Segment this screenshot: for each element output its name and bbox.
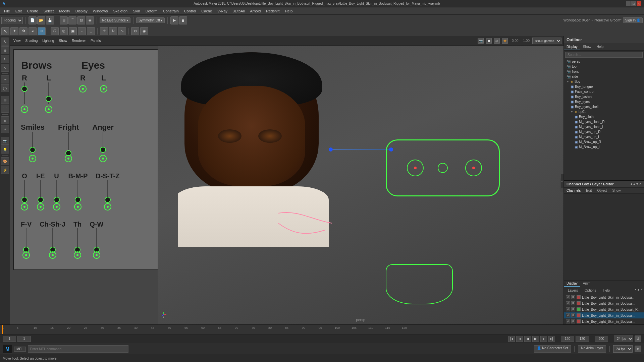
rotate-btn[interactable]: ↻ xyxy=(109,27,117,35)
ch-icon1[interactable]: ◂ xyxy=(630,182,632,186)
menu-redshift[interactable]: Redshift xyxy=(263,8,282,14)
menu-constrain[interactable]: Constrain xyxy=(160,8,181,14)
no-live-surface-btn[interactable]: No Live Surface ▾ xyxy=(100,17,130,23)
minimize-button[interactable]: ─ xyxy=(626,1,631,6)
tree-item-boy-lashes[interactable]: ▣ Boy_lashes xyxy=(564,94,644,99)
help-tab[interactable]: Help xyxy=(600,288,612,293)
no-character-set-btn[interactable]: 👤 No Character Set xyxy=(534,345,571,353)
layer-p-3[interactable]: P xyxy=(571,307,575,311)
layer-display-tab[interactable]: Display xyxy=(564,281,580,287)
close-button[interactable]: ✕ xyxy=(637,1,641,6)
vp-icon1[interactable]: 📷 xyxy=(478,38,484,44)
channels-tab[interactable]: Channels xyxy=(564,188,583,193)
new-scene-btn[interactable]: 📄 xyxy=(29,16,37,24)
menu-select[interactable]: Select xyxy=(41,8,57,14)
ch-icon3[interactable]: ▾ xyxy=(636,182,638,186)
snap-view-btn[interactable]: ◈ xyxy=(86,16,94,24)
layer-icon2[interactable]: ▴ xyxy=(638,288,639,293)
move-tool-btn[interactable]: ⊕ xyxy=(38,27,46,35)
brows-l-slider[interactable] xyxy=(48,82,49,104)
vp-show-menu[interactable]: Show xyxy=(57,38,68,43)
u-slider[interactable] xyxy=(56,180,57,202)
vp-view-menu[interactable]: View xyxy=(12,38,22,43)
side-fx-btn[interactable]: ⚡ xyxy=(1,166,9,174)
dstz-circle[interactable] xyxy=(104,203,111,210)
menu-edit[interactable]: Edit xyxy=(13,8,24,14)
menu-cache[interactable]: Cache xyxy=(199,8,215,14)
open-btn[interactable]: 📂 xyxy=(37,16,45,24)
layer-icon1[interactable]: ◂ xyxy=(635,288,636,293)
side-scale-btn[interactable]: ⤡ xyxy=(1,64,9,72)
preferences-btn[interactable]: ⚙ xyxy=(635,346,641,352)
tree-item-top[interactable]: 📷 top xyxy=(564,64,644,69)
snap-pt-btn[interactable]: ⊡ xyxy=(77,16,85,24)
layers-tab[interactable]: Layers xyxy=(565,288,581,293)
th-circle[interactable] xyxy=(74,251,81,259)
bmp-slider[interactable] xyxy=(77,180,78,202)
tree-item-persp[interactable]: 📷 persp xyxy=(564,59,644,64)
tree-item-boy-eyes[interactable]: ▣ Boy_eyes xyxy=(564,99,644,104)
obj-mode-btn[interactable]: ▣ xyxy=(69,27,77,35)
tree-item-bp01[interactable]: ▼ ◈ bp01 xyxy=(564,109,644,114)
joint-btn[interactable]: ◉ xyxy=(140,27,148,35)
object-tab[interactable]: Object xyxy=(595,188,610,193)
vp-icon2[interactable]: 🔲 xyxy=(486,38,492,44)
layer-p-1[interactable]: P xyxy=(571,295,575,299)
back-btn[interactable]: ◀ xyxy=(524,336,531,342)
tree-item-m-eyes-close-l[interactable]: ▣ M_eyes_close_L xyxy=(564,124,644,129)
o-slider[interactable] xyxy=(24,180,25,202)
tree-item-m-eyes-up-r[interactable]: ▣ M_eyes_up_R xyxy=(564,129,644,134)
layer-vis-1[interactable]: V xyxy=(566,295,570,299)
no-anim-layer-btn[interactable]: No Anim Layer xyxy=(578,345,606,353)
layer-p-4[interactable]: P xyxy=(571,313,575,317)
fps-select[interactable]: 24 fps xyxy=(614,336,633,342)
side-paint-btn[interactable]: ✏ xyxy=(1,75,9,83)
anger-slider[interactable] xyxy=(103,132,103,154)
dstz-slider[interactable] xyxy=(107,180,108,202)
vp-renderer-menu[interactable]: Renderer xyxy=(70,38,87,43)
go-start-btn[interactable]: |◂ xyxy=(508,336,515,342)
side-render-btn[interactable]: 🎨 xyxy=(1,157,9,165)
side-camera-btn[interactable]: 📷 xyxy=(1,137,9,145)
side-select-btn[interactable]: ↖ xyxy=(1,38,9,46)
timeline-scrubber[interactable]: 1 5 10 15 20 25 30 35 40 45 50 55 60 65 … xyxy=(0,325,644,335)
menu-display[interactable]: Display xyxy=(73,8,90,14)
lasso-btn[interactable]: ✦ xyxy=(10,27,18,35)
menu-deform[interactable]: Deform xyxy=(143,8,160,14)
eyes-l-circle[interactable] xyxy=(100,85,107,93)
tree-item-side[interactable]: 📷 side xyxy=(564,74,644,79)
tree-item-m-eyes-up-l[interactable]: ▣ M_eyes_up_L xyxy=(564,134,644,139)
stop-btn[interactable]: ⏹ xyxy=(179,16,187,24)
snap-grid-btn[interactable]: ⊞ xyxy=(60,16,68,24)
menu-skeleton[interactable]: Skeleton xyxy=(110,8,130,14)
vp-panels-menu[interactable]: Panels xyxy=(89,38,102,43)
layer-item-5[interactable]: V P Little_Boy_Light_Skin_in_Bodysui... xyxy=(564,318,644,324)
ch-icon2[interactable]: ▴ xyxy=(633,182,635,186)
bmp-circle[interactable] xyxy=(74,203,82,210)
fright-circle[interactable] xyxy=(65,155,72,162)
vp-icon3[interactable]: ◎ xyxy=(494,38,500,44)
gamma-select[interactable]: sRGB gamma xyxy=(532,38,561,44)
current-frame-field[interactable] xyxy=(3,336,16,342)
sign-in-btn[interactable]: Sign In 👤 xyxy=(623,17,643,23)
u-circle[interactable] xyxy=(53,203,60,210)
show-tab[interactable]: Show xyxy=(609,188,623,193)
layer-vis-3[interactable]: V xyxy=(566,307,570,311)
range-end-field[interactable] xyxy=(561,336,574,342)
outliner-tab-help[interactable]: Help xyxy=(594,44,606,50)
scale-btn[interactable]: ⤡ xyxy=(118,27,126,35)
tree-item-m-eyes-close-r[interactable]: ▣ M_eyes_close_R xyxy=(564,119,644,124)
tree-item-boy-tongue[interactable]: ▣ Boy_tongue xyxy=(564,84,644,89)
vp-lighting-menu[interactable]: Lighting xyxy=(41,38,55,43)
tree-item-boy[interactable]: ▼ ◈ Boy xyxy=(564,79,644,84)
right-collapse-arrow[interactable]: ▸ xyxy=(561,174,564,188)
tree-item-boy-cloth[interactable]: ▣ Boy_cloth xyxy=(564,114,644,119)
save-btn[interactable]: 💾 xyxy=(46,16,54,24)
qw-slider[interactable] xyxy=(96,228,97,250)
total-end-field[interactable] xyxy=(595,336,608,342)
outliner-tab-show[interactable]: Show xyxy=(580,44,594,50)
step-back-btn[interactable]: ◂ xyxy=(516,336,523,342)
fright-slider[interactable] xyxy=(68,132,69,154)
tree-item-m-brow-up-r[interactable]: ▣ M_Brow_up_R xyxy=(564,139,644,144)
side-soft-btn[interactable]: ◯ xyxy=(1,84,9,92)
